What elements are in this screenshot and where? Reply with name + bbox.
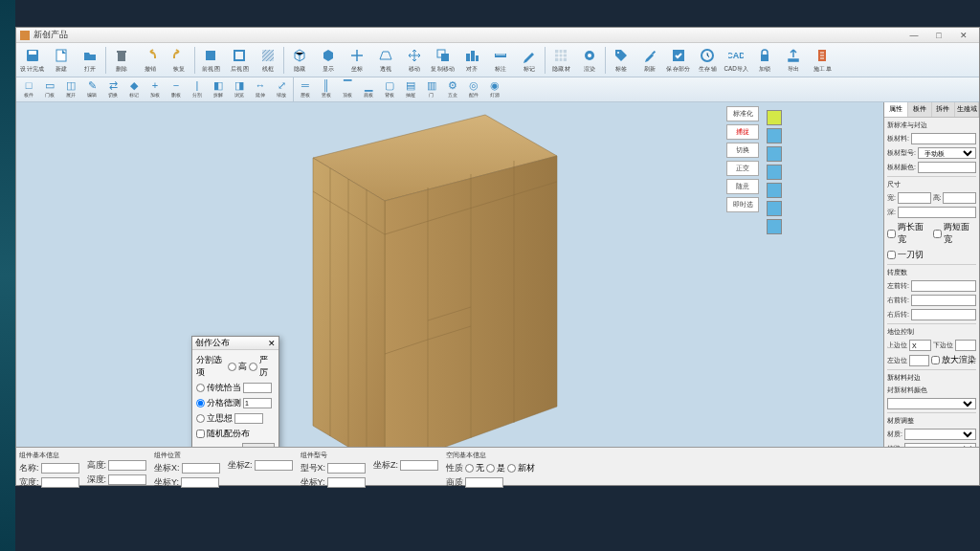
bp-width-input[interactable] — [41, 477, 79, 488]
bp-q-input[interactable] — [465, 477, 503, 488]
subtool-背板[interactable]: ▢ 背板 — [379, 79, 400, 100]
shape-arc3[interactable] — [767, 165, 782, 180]
panel-tab-3[interactable]: 生殖域 — [955, 102, 979, 117]
subtool-切换[interactable]: ⇄ 切换 — [102, 79, 123, 100]
dlg-check[interactable] — [196, 430, 205, 438]
bp-radio-a[interactable] — [465, 464, 474, 473]
width-input[interactable] — [898, 192, 931, 204]
subtool-竖板[interactable]: ║ 竖板 — [316, 79, 337, 100]
cabinet-model[interactable] — [303, 110, 571, 474]
subtool-门[interactable]: ▥ 门 — [421, 79, 442, 100]
tool-cad[interactable]: CAD CAD导入 — [722, 45, 750, 76]
badge-snap[interactable]: 捕捉 — [726, 124, 759, 140]
tool-undo[interactable]: 撤销 — [136, 45, 165, 76]
tool-view-f[interactable]: 前视图 — [196, 45, 225, 76]
dialog-close-icon[interactable]: ✕ — [268, 339, 276, 348]
maximize-button[interactable]: □ — [927, 30, 950, 41]
bp-my-input[interactable] — [327, 477, 366, 488]
chk2[interactable] — [933, 230, 942, 238]
bp-mx-input[interactable] — [327, 463, 366, 474]
badge-y1[interactable]: 即时选 — [726, 197, 759, 212]
dlg-r3-radio[interactable] — [196, 414, 205, 423]
subtool-底板[interactable]: ▁ 底板 — [358, 79, 379, 100]
bp-height-input[interactable] — [108, 460, 146, 471]
subtool-标记[interactable]: ◆ 标记 — [123, 79, 145, 100]
panel-tab-1[interactable]: 板件 — [908, 102, 932, 117]
tool-hatch[interactable]: 线框 — [254, 45, 282, 76]
tool-ruler[interactable]: 标注 — [486, 45, 515, 76]
subtool-门板[interactable]: ▭ 门板 — [39, 79, 60, 100]
tool-gen[interactable]: 生存辅 — [693, 45, 722, 76]
tool-render[interactable]: 渲染 — [575, 45, 604, 76]
surf1-select[interactable] — [904, 429, 976, 440]
badge-standard[interactable]: 标准化 — [726, 106, 759, 121]
bp-x-input[interactable] — [182, 463, 220, 474]
subtool-延伸[interactable]: ↔ 延伸 — [250, 79, 271, 100]
close-button[interactable]: ✕ — [952, 30, 975, 41]
bp-radio-c[interactable] — [507, 464, 516, 473]
shape-arc1[interactable] — [767, 128, 782, 143]
subtool-删板[interactable]: − 删板 — [166, 79, 187, 100]
subtool-配件[interactable]: ◎ 配件 — [463, 79, 484, 100]
pz-input[interactable] — [909, 355, 929, 366]
depth-input[interactable] — [898, 207, 976, 218]
chk-big[interactable] — [931, 356, 940, 364]
tool-tag[interactable]: 标签 — [607, 45, 635, 76]
subtool-五金[interactable]: ⚙ 五金 — [442, 79, 463, 100]
shape-arc2[interactable] — [767, 146, 782, 162]
tool-grid[interactable]: 隐藏材 — [546, 45, 575, 76]
tool-cube-s[interactable]: 显示 — [314, 45, 343, 76]
model-select[interactable]: 手动板 — [918, 147, 976, 159]
tool-copy[interactable]: 复制移动 — [429, 45, 457, 76]
dlg-radio-1[interactable] — [228, 363, 236, 371]
subtool-缩放[interactable]: ⤢ 缩放 — [271, 79, 292, 100]
tool-save2[interactable]: 保存部分 — [664, 45, 693, 76]
subtool-板件[interactable]: □ 板件 — [18, 79, 39, 100]
panel-tab-0[interactable]: 属性 — [884, 102, 908, 117]
shape-square[interactable] — [767, 110, 782, 125]
shape-arc5[interactable] — [767, 201, 782, 216]
subtool-编辑[interactable]: ✎ 编辑 — [81, 79, 102, 100]
viewport-3d[interactable]: 标准化捕捉切换正交随意即时选 创作公布 ✕ 分割选项 高 严厉 传统恰当 — [16, 102, 883, 447]
tool-redo[interactable]: 恢复 — [165, 45, 193, 76]
shape-arc4[interactable] — [767, 183, 782, 198]
subtool-浏览[interactable]: ◨ 浏览 — [229, 79, 250, 100]
bp-name-input[interactable] — [41, 463, 79, 474]
py-input[interactable] — [955, 340, 977, 351]
tool-new[interactable]: 新建 — [47, 45, 76, 76]
badge-x2[interactable]: 随意 — [726, 179, 759, 194]
dlg-r1-radio[interactable] — [196, 384, 205, 392]
badge-x1[interactable]: 正交 — [726, 161, 759, 176]
color-input[interactable] — [918, 162, 976, 173]
subtool-展开[interactable]: ◫ 展开 — [60, 79, 81, 100]
dlg-input-2[interactable] — [243, 398, 272, 408]
px-input[interactable] — [909, 340, 931, 351]
tool-trash[interactable]: 删除 — [107, 45, 136, 76]
ry-input[interactable] — [911, 295, 976, 306]
tool-pen[interactable]: 标记 — [515, 45, 544, 76]
bp-depth-input[interactable] — [108, 474, 146, 485]
subtool-层板[interactable]: ═ 层板 — [295, 79, 316, 100]
tool-brush[interactable]: 刷新 — [635, 45, 664, 76]
bp-radio-b[interactable] — [486, 464, 495, 473]
bp-z-input[interactable] — [255, 460, 293, 471]
rx-input[interactable] — [911, 280, 976, 292]
tool-save[interactable]: 设计完成 — [18, 45, 47, 76]
subtool-拆解[interactable]: ◧ 拆解 — [208, 79, 229, 100]
subtool-灯源[interactable]: ◉ 灯源 — [484, 79, 505, 100]
dlg-input-3[interactable] — [234, 413, 263, 424]
panel-tab-2[interactable]: 拆件 — [932, 102, 956, 117]
tool-open[interactable]: 打开 — [76, 45, 104, 76]
material-input[interactable] — [911, 133, 976, 144]
tool-lock[interactable]: 加锁 — [750, 45, 779, 76]
tool-view-b[interactable]: 后视图 — [225, 45, 254, 76]
tool-axis[interactable]: 坐标 — [343, 45, 371, 76]
tool-move[interactable]: 移动 — [400, 45, 429, 76]
subtool-抽屉[interactable]: ▤ 抽屉 — [400, 79, 421, 100]
badge-cut[interactable]: 切换 — [726, 143, 759, 158]
tool-persp[interactable]: 透视 — [371, 45, 400, 76]
subtool-加板[interactable]: + 加板 — [145, 79, 166, 100]
mat-select[interactable] — [887, 398, 976, 409]
bp-mz-input[interactable] — [400, 460, 438, 471]
bp-y-input[interactable] — [181, 477, 219, 488]
